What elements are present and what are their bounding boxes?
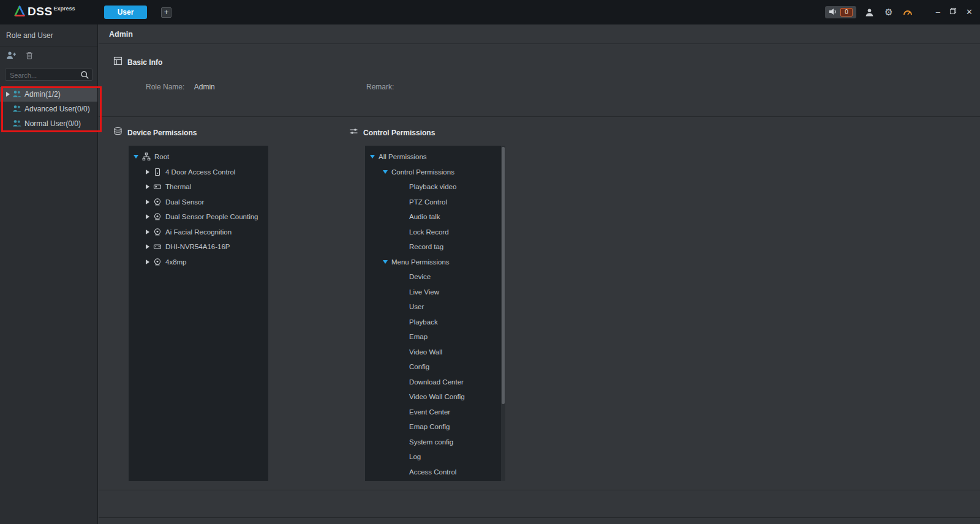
chevron-down-icon[interactable] bbox=[383, 260, 388, 264]
tree-item-label: Config bbox=[409, 363, 429, 370]
tree-item-permission[interactable]: System config bbox=[365, 435, 505, 450]
tree-item-label: Root bbox=[154, 153, 169, 160]
restore-button[interactable] bbox=[949, 7, 957, 18]
org-root-icon bbox=[142, 152, 151, 161]
add-tab-button[interactable]: + bbox=[161, 7, 172, 18]
chevron-right-icon[interactable] bbox=[146, 200, 149, 204]
role-item-label: Admin(1/2) bbox=[24, 90, 61, 99]
tree-item-label: All Permissions bbox=[379, 153, 427, 160]
tree-item-all-permissions[interactable]: All Permissions bbox=[365, 149, 505, 165]
basic-info-section-header: Basic Info bbox=[113, 56, 162, 68]
tree-item-device[interactable]: 4 Door Access Control bbox=[129, 165, 268, 180]
chevron-right-icon[interactable] bbox=[6, 92, 10, 97]
tree-item-permission[interactable]: Lock Record bbox=[365, 225, 505, 240]
page-title: Admin bbox=[99, 24, 980, 44]
dome-camera-device-icon bbox=[153, 212, 162, 221]
role-item-normal-user[interactable]: Normal User(0/0) bbox=[0, 116, 97, 131]
tree-item-permission[interactable]: User bbox=[365, 299, 505, 315]
tree-item-permission[interactable]: Audio talk bbox=[365, 209, 505, 225]
role-item-admin[interactable]: Admin(1/2) bbox=[0, 87, 97, 102]
scrollbar-thumb[interactable] bbox=[502, 147, 505, 404]
tree-item-label: Live View bbox=[409, 288, 439, 296]
title-bar: DSS Express User + 0 ⚙ bbox=[0, 0, 980, 24]
tree-item-permission[interactable]: Video Wall Config bbox=[365, 389, 505, 405]
basic-info-icon bbox=[113, 56, 123, 68]
role-user-sidebar: Role and User bbox=[0, 24, 98, 524]
sidebar-title: Role and User bbox=[0, 24, 97, 47]
tree-item-control-permissions[interactable]: Control Permissions bbox=[365, 165, 505, 180]
tree-item-permission[interactable]: Live View bbox=[365, 285, 505, 300]
tree-item-permission[interactable]: Device bbox=[365, 269, 505, 285]
tree-item-label: Audio talk bbox=[409, 213, 440, 220]
tree-item-permission[interactable]: Emap bbox=[365, 329, 505, 345]
chevron-down-icon[interactable] bbox=[383, 170, 388, 174]
tree-item-permission[interactable]: Playback video bbox=[365, 179, 505, 195]
tree-item-label: Emap Config bbox=[409, 423, 450, 430]
tree-item-label: Device bbox=[409, 273, 431, 280]
tree-item-device[interactable]: Dual Sensor People Counting bbox=[129, 209, 268, 225]
tree-item-permission[interactable]: Video Wall bbox=[365, 345, 505, 360]
search-input[interactable] bbox=[6, 70, 92, 81]
tree-item-menu-permissions[interactable]: Menu Permissions bbox=[365, 255, 505, 270]
role-name-value: Admin bbox=[194, 83, 215, 91]
add-user-button[interactable] bbox=[6, 51, 17, 62]
tree-item-label: Menu Permissions bbox=[391, 258, 450, 266]
chevron-down-icon[interactable] bbox=[134, 155, 138, 159]
tree-item-permission[interactable]: Playback bbox=[365, 315, 505, 330]
alert-sound-button[interactable]: 0 bbox=[825, 6, 856, 18]
main-content: Admin Basic Info Role Name: Admin Remark… bbox=[99, 24, 980, 524]
chevron-right-icon[interactable] bbox=[146, 230, 149, 234]
search-icon[interactable] bbox=[80, 70, 89, 82]
thermal-camera-device-icon bbox=[153, 182, 162, 191]
tree-item-permission[interactable]: Access Control bbox=[365, 465, 505, 480]
delete-user-button[interactable] bbox=[25, 51, 34, 62]
role-item-advanced-user[interactable]: Advanced User(0/0) bbox=[0, 102, 97, 116]
tree-item-label: Lock Record bbox=[409, 228, 449, 236]
tree-item-label: 4x8mp bbox=[165, 258, 187, 266]
chevron-right-icon[interactable] bbox=[146, 260, 149, 264]
tree-item-permission[interactable]: Log bbox=[365, 449, 505, 465]
tree-item-permission[interactable]: Emap Config bbox=[365, 419, 505, 435]
tree-item-root[interactable]: Root bbox=[129, 149, 268, 165]
control-permissions-tree: All Permissions Control Permissions Play… bbox=[365, 146, 505, 481]
logo-edition-text: Express bbox=[54, 6, 75, 12]
tree-item-permission[interactable]: PTZ Control bbox=[365, 195, 505, 210]
tree-item-device[interactable]: Dual Sensor bbox=[129, 195, 268, 210]
close-button[interactable]: ✕ bbox=[966, 7, 973, 18]
role-item-label: Normal User(0/0) bbox=[24, 119, 81, 128]
minimize-button[interactable]: – bbox=[936, 7, 940, 18]
tree-item-permission[interactable]: Download Center bbox=[365, 375, 505, 390]
user-account-button[interactable] bbox=[864, 7, 875, 18]
role-group-icon bbox=[12, 89, 21, 100]
dome-camera-device-icon bbox=[153, 228, 162, 236]
chevron-right-icon[interactable] bbox=[146, 214, 149, 219]
door-access-device-icon bbox=[153, 168, 162, 176]
tree-item-label: Emap bbox=[409, 333, 428, 340]
chevron-right-icon[interactable] bbox=[146, 184, 149, 189]
tree-item-label: DHI-NVR54A16-16P bbox=[165, 243, 230, 250]
tree-item-label: Dual Sensor People Counting bbox=[165, 213, 258, 220]
tree-item-device[interactable]: Ai Facial Recognition bbox=[129, 225, 268, 240]
vertical-scrollbar[interactable] bbox=[501, 146, 505, 481]
tree-item-permission[interactable]: Record tag bbox=[365, 239, 505, 255]
tree-item-device[interactable]: Thermal bbox=[129, 179, 268, 195]
role-group-icon bbox=[12, 119, 21, 129]
app-logo: DSS Express bbox=[13, 5, 75, 20]
chevron-right-icon[interactable] bbox=[146, 170, 149, 174]
tree-item-label: Thermal bbox=[165, 183, 191, 190]
tree-item-permission[interactable]: Event Center bbox=[365, 405, 505, 420]
dome-camera-device-icon bbox=[153, 258, 162, 266]
tree-item-device[interactable]: DHI-NVR54A16-16P bbox=[129, 239, 268, 255]
basic-info-fields: Role Name: Admin Remark: bbox=[99, 83, 980, 92]
tree-item-label: Download Center bbox=[409, 378, 464, 386]
device-permissions-header: Device Permissions bbox=[113, 127, 197, 138]
tree-item-permission[interactable]: Config bbox=[365, 359, 505, 375]
settings-gear-button[interactable]: ⚙ bbox=[883, 7, 894, 18]
tree-item-label: 4 Door Access Control bbox=[165, 168, 235, 176]
chevron-down-icon[interactable] bbox=[370, 155, 375, 159]
chevron-right-icon[interactable] bbox=[146, 244, 149, 249]
tree-item-label: Video Wall Config bbox=[409, 393, 465, 400]
performance-gauge-button[interactable] bbox=[902, 7, 913, 18]
tab-user[interactable]: User bbox=[104, 6, 147, 19]
tree-item-device[interactable]: 4x8mp bbox=[129, 255, 268, 270]
